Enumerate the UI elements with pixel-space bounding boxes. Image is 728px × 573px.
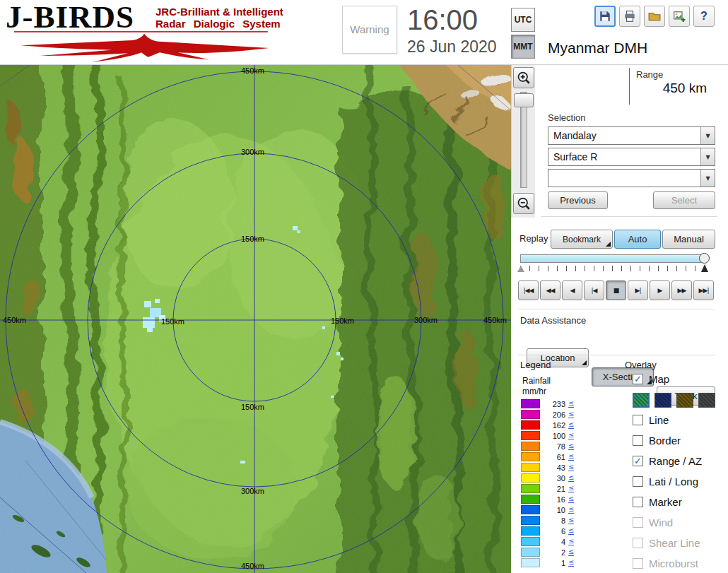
overlay-item-label: Line xyxy=(649,414,669,426)
replay-slider-thumb[interactable] xyxy=(699,253,710,264)
skip-start-button[interactable]: |◀◀ xyxy=(518,280,539,300)
overlay-item-label: Shear Line xyxy=(649,537,700,549)
overlay-item-lati-long[interactable]: Lati / Long xyxy=(633,475,698,488)
overlay-item-range-az[interactable]: ✓ Range / AZ xyxy=(633,455,702,467)
chevron-down-icon[interactable] xyxy=(700,170,715,187)
legend-color-chip xyxy=(521,410,540,419)
select-label: Select xyxy=(671,195,697,206)
help-button[interactable]: ? xyxy=(693,6,715,27)
mmt-toggle-button[interactable]: MMT xyxy=(511,35,535,59)
legend-color-chip xyxy=(521,484,540,493)
rewind-button[interactable]: ◀◀ xyxy=(540,280,560,300)
print-button[interactable] xyxy=(619,6,640,27)
auto-button[interactable]: Auto xyxy=(614,230,661,249)
folder-icon xyxy=(648,10,661,23)
overlay-item-border[interactable]: Border xyxy=(633,435,681,447)
legend-row: 10≤ xyxy=(521,505,574,514)
play-button[interactable]: ▶ xyxy=(650,280,670,300)
overlay-item-label: Range / AZ xyxy=(649,455,702,467)
range-ring-label: 300km xyxy=(414,316,438,324)
legend-row: 233≤ xyxy=(521,399,574,408)
lati-long-checkbox[interactable] xyxy=(633,476,643,487)
select-button[interactable]: Select xyxy=(653,191,715,209)
replay-range-start-marker[interactable] xyxy=(517,266,524,272)
utc-toggle-button[interactable]: UTC xyxy=(511,8,535,32)
legend-row: 1≤ xyxy=(521,558,574,567)
save-button[interactable] xyxy=(594,6,616,27)
export-image-icon xyxy=(673,10,686,23)
previous-button[interactable]: Previous xyxy=(548,191,608,209)
legend-color-chip xyxy=(521,548,540,557)
overlay-item-map[interactable]: ✓ Map xyxy=(633,373,669,385)
radar-map[interactable]: 450km 300km 150km 150km 300km 450km 450k… xyxy=(0,65,511,573)
range-ring-label: 300km xyxy=(241,148,264,156)
replay-range-end-marker[interactable] xyxy=(701,264,708,272)
range-ring-label: 150km xyxy=(331,317,354,325)
map-style-option-1[interactable] xyxy=(633,393,650,408)
manual-button[interactable]: Manual xyxy=(662,230,715,249)
logo-subtitle: JRC-Brilliant & Intelligent Radar Dialog… xyxy=(155,6,283,30)
map-style-option-4[interactable] xyxy=(698,393,715,408)
legend-row: 61≤ xyxy=(521,452,574,461)
play-reverse-button[interactable]: ◀ xyxy=(562,280,582,300)
marker-checkbox[interactable] xyxy=(633,497,643,507)
legend-row: 162≤ xyxy=(521,420,574,430)
overlay-item-microburst: Microburst xyxy=(633,557,698,569)
overlay-item-label: Lati / Long xyxy=(649,475,698,488)
map-style-option-2[interactable] xyxy=(654,393,671,408)
line-checkbox[interactable] xyxy=(633,415,643,425)
print-icon xyxy=(623,10,636,23)
bookmark-label: Bookmark xyxy=(563,235,601,244)
overlay-item-label: Border xyxy=(649,435,681,447)
zoom-out-icon xyxy=(517,196,531,211)
export-image-button[interactable] xyxy=(669,6,690,27)
product-select-value: Surface R xyxy=(548,148,700,165)
overlay-item-line[interactable]: Line xyxy=(633,414,669,426)
zoom-in-button[interactable] xyxy=(513,67,534,88)
replay-slider-track[interactable] xyxy=(520,254,705,263)
range-az-checkbox[interactable]: ✓ xyxy=(633,456,643,466)
border-checkbox[interactable] xyxy=(633,435,643,446)
zoom-slider-thumb[interactable] xyxy=(514,93,534,107)
help-icon: ? xyxy=(700,10,708,23)
site-select[interactable]: Mandalay xyxy=(548,126,715,145)
map-style-option-3[interactable] xyxy=(676,393,693,408)
range-ring-label: 450km xyxy=(3,316,26,324)
overlay-item-label: Marker xyxy=(649,496,682,508)
overlay-item-label: Map xyxy=(649,373,669,385)
stop-button[interactable]: ■ xyxy=(606,280,626,300)
bookmark-button[interactable]: Bookmark xyxy=(551,230,613,249)
legend-row: 206≤ xyxy=(521,410,574,419)
fast-forward-button[interactable]: ▶▶ xyxy=(671,280,692,300)
range-ring-label: 300km xyxy=(241,487,264,495)
range-separator xyxy=(629,68,630,105)
open-file-button[interactable] xyxy=(644,6,665,27)
chevron-down-icon[interactable] xyxy=(700,148,715,165)
step-back-button[interactable]: |◀ xyxy=(584,280,604,300)
chevron-down-icon[interactable] xyxy=(700,127,715,144)
map-checkbox[interactable]: ✓ xyxy=(633,374,643,384)
eagle-icon xyxy=(6,31,283,64)
clock-time: 16:00 xyxy=(407,4,478,36)
warning-panel[interactable]: Warning xyxy=(342,6,397,54)
overlay-item-wind: Wind xyxy=(633,516,673,528)
extra-select[interactable] xyxy=(548,169,715,187)
legend-row: 2≤ xyxy=(521,548,574,557)
overlay-item-marker[interactable]: Marker xyxy=(633,496,682,508)
map-style-swatches xyxy=(633,393,715,408)
legend-color-chip xyxy=(521,505,540,514)
step-forward-button[interactable]: ▶| xyxy=(628,280,648,300)
legend-unit-line1: Rainfall xyxy=(522,376,551,386)
range-ring-label: 450km xyxy=(241,562,264,570)
logo-subtitle-line1: JRC-Brilliant & Intelligent xyxy=(155,6,283,18)
legend-color-chip xyxy=(521,452,540,461)
zoom-out-button[interactable] xyxy=(513,193,534,214)
playback-controls: |◀◀ ◀◀ ◀ |◀ ■ ▶| ▶ ▶▶ ▶▶| xyxy=(518,280,714,300)
skip-end-button[interactable]: ▶▶| xyxy=(693,280,714,300)
product-select[interactable]: Surface R xyxy=(548,148,715,166)
logo-subtitle-line2: Radar Dialogic System xyxy=(155,18,283,30)
legend-row: 4≤ xyxy=(521,537,574,546)
station-name: Myanmar DMH xyxy=(548,40,647,57)
replay-slider-ticks xyxy=(520,266,705,271)
legend-row: 30≤ xyxy=(521,473,574,483)
